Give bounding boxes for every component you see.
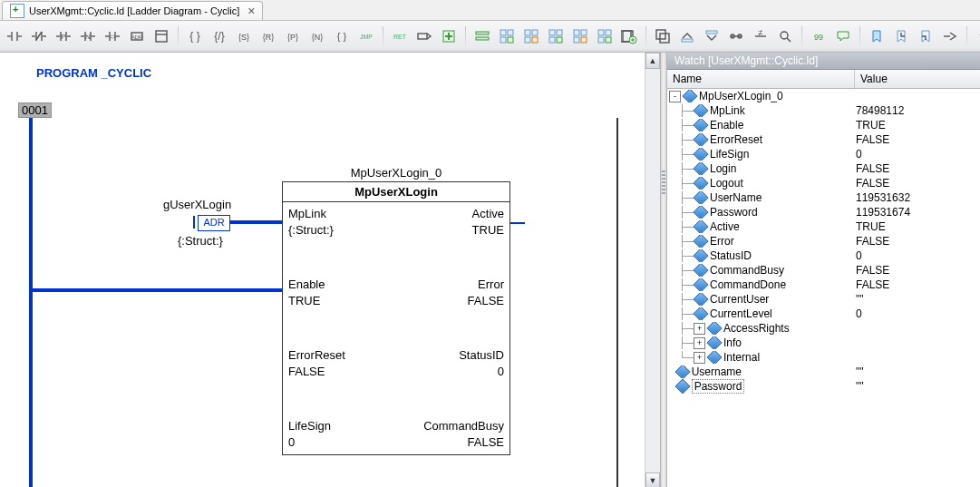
strike-link-button[interactable]: ≠: [750, 25, 771, 47]
ret-button[interactable]: RET: [389, 25, 411, 47]
coil-n-button[interactable]: {N}: [306, 25, 328, 47]
coil-r-button[interactable]: {R}: [257, 25, 279, 47]
paren3-button[interactable]: { }: [331, 25, 353, 47]
fb-output-name[interactable]: Error: [478, 277, 504, 293]
watch-item-value[interactable]: FALSE: [856, 177, 889, 190]
splitter[interactable]: [660, 53, 667, 487]
insert-green-button[interactable]: [438, 25, 460, 47]
watch-item-value[interactable]: FALSE: [856, 133, 889, 146]
contact-nc-button[interactable]: [28, 25, 50, 47]
expand-toggle-icon[interactable]: +: [694, 337, 705, 349]
fb-input-name[interactable]: Enable: [288, 277, 325, 293]
rung-number[interactable]: 0001: [18, 102, 52, 118]
watch-row-selected[interactable]: Password"": [667, 379, 980, 394]
watch-row[interactable]: ├─+AccessRights: [667, 321, 980, 336]
rung-up-button[interactable]: [676, 25, 698, 47]
rung-down-button[interactable]: [701, 25, 723, 47]
contact-no-button[interactable]: [4, 25, 25, 47]
watch-row[interactable]: ├─StatusID0: [667, 248, 980, 263]
document-tab[interactable]: UserXMgmt::Cyclic.ld [Ladder Diagram - C…: [2, 1, 263, 20]
watch-row[interactable]: ├─ErrorFALSE: [667, 234, 980, 248]
editor-scrollbar[interactable]: ▲ ▼: [645, 53, 660, 487]
var-ref-button[interactable]: ADR: [126, 25, 148, 47]
split-up-button[interactable]: [973, 25, 980, 47]
watch-tree[interactable]: -MpUserXLogin_0 ├─MpLink78498112 ├─Enabl…: [667, 89, 980, 487]
coil-p-button[interactable]: {P}: [282, 25, 304, 47]
fb-input-name[interactable]: ErrorReset: [288, 347, 345, 364]
watch-row[interactable]: ├─LifeSign0: [667, 147, 980, 161]
watch-row[interactable]: ├─CurrentUser"": [667, 292, 980, 307]
fb-instance-name[interactable]: MpUserXLogin_0: [283, 166, 509, 180]
adr-operator[interactable]: ADR: [198, 215, 230, 231]
watch-item-value[interactable]: "": [856, 380, 864, 393]
watch-item-value[interactable]: TRUE: [856, 220, 886, 233]
grid-ungroup-button[interactable]: [545, 25, 567, 47]
watch-row[interactable]: ├─EnableTRUE: [667, 118, 980, 132]
watch-item-value[interactable]: 119531632: [856, 191, 910, 204]
collapse-toggle-icon[interactable]: -: [669, 91, 681, 102]
fb-add-button[interactable]: [618, 25, 640, 47]
watch-item-value[interactable]: "": [856, 365, 864, 378]
watch-col-name[interactable]: Name: [667, 70, 855, 88]
watch-item-value[interactable]: TRUE: [856, 119, 886, 131]
grid-insert-button[interactable]: [594, 25, 616, 47]
watch-item-value[interactable]: 0: [856, 249, 862, 262]
watch-row[interactable]: ├─LogoutFALSE: [667, 176, 980, 190]
watch-row[interactable]: ├─+Info: [667, 336, 980, 350]
jmp-button[interactable]: JMP: [355, 25, 377, 47]
insert-row-button[interactable]: [471, 25, 493, 47]
watch-item-value[interactable]: FALSE: [856, 264, 889, 277]
watch-row[interactable]: ├─LoginFALSE: [667, 161, 980, 176]
paren-open-button[interactable]: { }: [184, 25, 206, 47]
expand-toggle-icon[interactable]: +: [694, 352, 705, 364]
watch-item-value[interactable]: FALSE: [856, 235, 889, 248]
watch-row[interactable]: ├─MpLink78498112: [667, 103, 980, 118]
bookmark-flag-button[interactable]: [866, 25, 888, 47]
comment-bubble-button[interactable]: [832, 25, 854, 47]
find-button[interactable]: [774, 25, 796, 47]
close-tab-button[interactable]: ×: [247, 5, 255, 17]
watch-item-value[interactable]: "": [856, 293, 864, 306]
split-right-button[interactable]: [939, 25, 961, 47]
watch-item-value[interactable]: 78498112: [856, 104, 904, 117]
grid-collapse-button[interactable]: [520, 25, 542, 47]
watch-item-value[interactable]: 0: [856, 307, 862, 320]
label-button[interactable]: [413, 25, 435, 47]
fb-output-name[interactable]: CommandBusy: [423, 418, 504, 434]
watch-row[interactable]: ├─CommandBusyFALSE: [667, 263, 980, 278]
watch-row[interactable]: └─+Internal: [667, 350, 980, 365]
watch-row[interactable]: ├─CommandDoneFALSE: [667, 278, 980, 292]
watch-row[interactable]: ├─ActiveTRUE: [667, 219, 980, 234]
contact-n-button[interactable]: N: [77, 25, 99, 47]
kin-link-button[interactable]: [725, 25, 747, 47]
fb-input-name[interactable]: MpLink: [288, 206, 326, 222]
watch-item-value[interactable]: 0: [856, 148, 862, 161]
watch-row[interactable]: ├─ErrorResetFALSE: [667, 132, 980, 147]
coil-s-button[interactable]: {S}: [233, 25, 255, 47]
bookmark-prev-button[interactable]: [890, 25, 912, 47]
ladder-editor[interactable]: PROGRAM _CYCLIC 0001 gUserXLogin ADR {:S…: [0, 53, 660, 487]
paren-close-button[interactable]: {/}: [209, 25, 230, 47]
watch-item-value[interactable]: FALSE: [856, 278, 889, 291]
fb-input-signal-name[interactable]: gUserXLogin: [163, 198, 231, 211]
watch-item-value[interactable]: FALSE: [856, 162, 889, 175]
num-99-button[interactable]: 99: [808, 25, 830, 47]
contact-p-button[interactable]: P: [53, 25, 74, 47]
scroll-down-button[interactable]: ▼: [645, 472, 660, 487]
fb-block-button[interactable]: [150, 25, 172, 47]
scroll-track[interactable]: [645, 69, 660, 472]
watch-row[interactable]: ├─UserName119531632: [667, 190, 980, 205]
grid-expand-button[interactable]: [496, 25, 518, 47]
contact-cmp-button[interactable]: <>: [102, 25, 123, 47]
scroll-up-button[interactable]: ▲: [645, 53, 660, 69]
insert-block-button[interactable]: [652, 25, 674, 47]
function-block[interactable]: MpUserXLogin_0 MpUserXLogin MpLinkActive…: [282, 181, 510, 455]
watch-item-value[interactable]: 119531674: [856, 206, 910, 219]
bookmark-next-button[interactable]: [915, 25, 936, 47]
fb-output-name[interactable]: StatusID: [459, 347, 504, 364]
watch-col-value[interactable]: Value: [855, 70, 980, 88]
expand-toggle-icon[interactable]: +: [694, 323, 705, 335]
watch-root[interactable]: -MpUserXLogin_0: [667, 89, 980, 103]
watch-row[interactable]: Username"": [667, 365, 980, 379]
watch-row[interactable]: ├─Password119531674: [667, 205, 980, 219]
